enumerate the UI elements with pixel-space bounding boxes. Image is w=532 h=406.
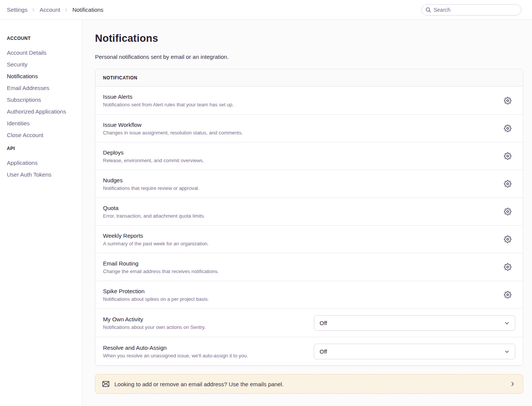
page-description: Personal notifications sent by email or … [95,54,523,60]
row-title: Quota [103,205,494,211]
notification-row-deploys: Deploys Release, environment, and commit… [95,142,523,170]
emails-panel-banner[interactable]: Looking to add or remove an email addres… [95,374,523,394]
row-title: Resolve and Auto-Assign [103,344,306,351]
row-text: Quota Error, transaction, and attachment… [103,205,502,219]
row-text: Nudges Notifications that require review… [103,177,502,191]
chevron-right-icon [63,7,69,13]
breadcrumb-account[interactable]: Account [40,6,60,13]
notifications-panel: NOTIFICATION Issue Alerts Notifications … [95,69,523,366]
notification-row-issue-workflow: Issue Workflow Changes in issue assignme… [95,114,523,142]
sidebar-section-title: API [7,146,78,151]
search-box [421,4,521,16]
row-text: Issue Alerts Notifications sent from Ale… [103,93,502,107]
row-text: Email Routing Change the email address t… [103,260,502,274]
sidebar-section-account: ACCOUNT Account DetailsSecurityNotificat… [7,36,78,139]
notification-select[interactable]: Off [314,315,515,331]
sidebar-item-close-account[interactable]: Close Account [7,131,78,139]
notification-row-weekly-reports: Weekly Reports A summary of the past wee… [95,225,523,253]
page-title: Notifications [95,32,523,44]
row-settings-button[interactable] [502,289,514,301]
breadcrumb-settings[interactable]: Settings [7,6,27,13]
sidebar-item-applications[interactable]: Applications [7,159,78,167]
row-description: Error, transaction, and attachment quota… [103,213,494,219]
notification-row-issue-alerts: Issue Alerts Notifications sent from Ale… [95,87,523,114]
row-text: Issue Workflow Changes in issue assignme… [103,122,502,136]
row-title: Deploys [103,149,494,156]
row-title: Nudges [103,177,494,183]
row-description: When you resolve an unassigned issue, we… [103,353,306,359]
chevron-down-icon [504,349,510,355]
notification-row-nudges: Nudges Notifications that require review… [95,170,523,197]
gear-icon [504,291,511,299]
topbar: Settings Account Notifications [0,0,532,20]
sidebar-item-subscriptions[interactable]: Subscriptions [7,96,78,104]
row-text: Deploys Release, environment, and commit… [103,149,502,163]
notification-row-spike-protection: Spike Protection Notifications about spi… [95,281,523,308]
row-settings-button[interactable] [502,205,514,218]
row-settings-button[interactable] [502,95,514,107]
gear-icon [504,97,511,104]
row-settings-button[interactable] [502,122,514,134]
sidebar-section-title: ACCOUNT [7,36,78,41]
row-description: Notifications that require review or app… [103,185,494,191]
row-title: Issue Alerts [103,93,494,100]
sidebar-item-notifications[interactable]: Notifications [7,72,78,80]
gear-icon [504,180,511,188]
panel-header: NOTIFICATION [95,69,523,87]
select-value: Off [320,320,327,326]
chevron-right-icon [31,7,36,13]
row-description: Changes in issue assignment, resolution … [103,130,494,136]
row-description: Notifications about your own actions on … [103,324,306,330]
row-title: Weekly Reports [103,232,494,239]
row-description: Notifications about spikes on a per proj… [103,296,494,302]
row-description: Change the email address that receives n… [103,269,494,274]
envelope-icon [102,381,109,387]
row-settings-button[interactable] [502,150,514,162]
sidebar-section-api: API ApplicationsUser Auth Tokens [7,146,78,179]
row-settings-button[interactable] [502,178,514,190]
row-settings-button[interactable] [502,261,514,273]
sidebar-item-authorized-applications[interactable]: Authorized Applications [7,107,78,115]
row-title: Issue Workflow [103,122,494,128]
row-title: Email Routing [103,260,494,267]
sidebar-item-identities[interactable]: Identities [7,119,78,127]
notification-row-email-routing: Email Routing Change the email address t… [95,253,523,281]
notification-row-my-own-activity: My Own Activity Notifications about your… [95,308,523,337]
gear-icon [504,263,511,271]
breadcrumb-notifications[interactable]: Notifications [72,6,103,13]
row-description: Notifications sent from Alert rules that… [103,102,494,107]
row-description: Release, environment, and commit overvie… [103,158,494,163]
notification-row-resolve-and-auto-assign: Resolve and Auto-Assign When you resolve… [95,337,523,365]
main-content: Notifications Personal notifications sen… [82,20,532,406]
page-body: ACCOUNT Account DetailsSecurityNotificat… [0,20,532,406]
select-value: Off [320,348,327,355]
row-text: My Own Activity Notifications about your… [103,316,314,330]
breadcrumb: Settings Account Notifications [7,6,103,13]
row-text: Spike Protection Notifications about spi… [103,288,502,302]
gear-icon [504,152,511,160]
sidebar-item-security[interactable]: Security [7,60,78,68]
gear-icon [504,125,511,132]
gear-icon [504,208,511,215]
sidebar-list: Account DetailsSecurityNotificationsEmai… [7,49,78,139]
notification-rows: Issue Alerts Notifications sent from Ale… [95,87,523,365]
sidebar-item-account-details[interactable]: Account Details [7,49,78,57]
row-title: My Own Activity [103,316,306,322]
search-input[interactable] [421,4,521,16]
notification-select[interactable]: Off [314,344,515,359]
gear-icon [504,235,511,243]
chevron-down-icon [504,320,510,326]
notification-row-quota: Quota Error, transaction, and attachment… [95,197,523,225]
banner-text: Looking to add or remove an email addres… [114,381,283,387]
sidebar-item-user-auth-tokens[interactable]: User Auth Tokens [7,171,78,179]
chevron-right-icon [509,381,516,387]
row-text: Resolve and Auto-Assign When you resolve… [103,344,314,359]
sidebar: ACCOUNT Account DetailsSecurityNotificat… [0,20,82,406]
row-text: Weekly Reports A summary of the past wee… [103,232,502,246]
sidebar-item-email-addresses[interactable]: Email Addresses [7,84,78,92]
row-title: Spike Protection [103,288,494,294]
sidebar-list: ApplicationsUser Auth Tokens [7,159,78,179]
row-description: A summary of the past week for an organi… [103,241,494,246]
row-settings-button[interactable] [502,233,514,245]
